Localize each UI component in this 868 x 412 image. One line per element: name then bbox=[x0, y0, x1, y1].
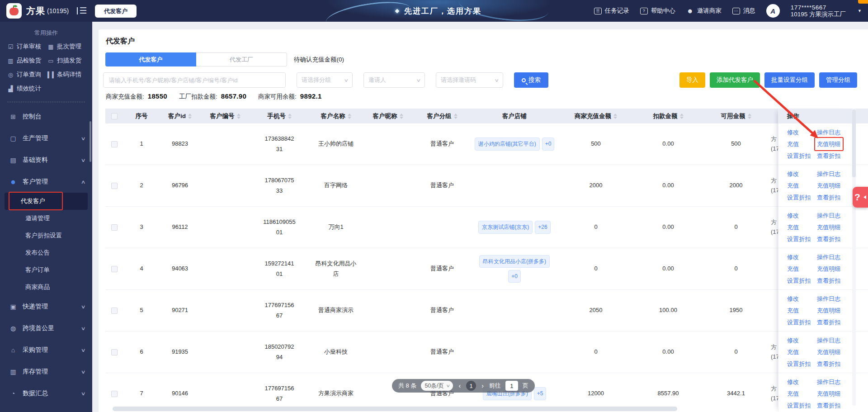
shop-more-tag[interactable]: +0 bbox=[542, 137, 555, 150]
shop-tag[interactable]: 京东测试店铺(京东) bbox=[478, 221, 533, 233]
recharge-link[interactable]: 充值 bbox=[787, 223, 799, 232]
row-checkbox[interactable] bbox=[111, 266, 118, 272]
sidebar-item-production[interactable]: ▢生产管理∨ bbox=[0, 128, 92, 149]
sidebar-subitem-dropship-customer-active[interactable]: 代发客户 bbox=[5, 193, 88, 210]
edit-link[interactable]: 修改 bbox=[787, 212, 799, 220]
select-all-checkbox[interactable] bbox=[111, 113, 118, 119]
batch-set-group-button[interactable]: 批量设置分组 bbox=[764, 72, 815, 88]
shop-tag[interactable]: 昂科文化用品小店(拼多多) bbox=[479, 255, 550, 268]
sidebar-item-inventory[interactable]: ▥库存管理∨ bbox=[0, 361, 92, 383]
sidebar-subitem-item[interactable]: 商家商品 bbox=[5, 279, 88, 296]
vertical-scrollbar-thumb[interactable] bbox=[852, 109, 856, 177]
sort-icon[interactable] bbox=[348, 112, 351, 121]
recharge-detail-link[interactable]: 充值明细 bbox=[817, 140, 840, 148]
sort-icon[interactable] bbox=[188, 112, 192, 121]
set-discount-link[interactable]: 设置折扣 bbox=[787, 194, 811, 202]
tab-dropship-factory[interactable]: 代发工厂 bbox=[196, 52, 287, 66]
quick-action-order-query[interactable]: ◎订单查询 bbox=[7, 71, 47, 79]
recharge-link[interactable]: 充值 bbox=[787, 265, 799, 273]
recharge-link[interactable]: 充值 bbox=[787, 182, 799, 190]
invite-code-select[interactable]: 请选择邀请码∨ bbox=[436, 72, 503, 88]
view-discount-link[interactable]: 查看折扣 bbox=[817, 277, 840, 285]
view-discount-link[interactable]: 查看折扣 bbox=[817, 318, 840, 327]
page-size-select[interactable]: 50条/页∨ bbox=[421, 381, 453, 391]
recharge-link[interactable]: 充值 bbox=[787, 390, 799, 398]
set-discount-link[interactable]: 设置折扣 bbox=[787, 402, 811, 410]
sort-icon[interactable] bbox=[748, 112, 751, 121]
sort-icon[interactable] bbox=[400, 112, 403, 121]
shop-more-tag[interactable]: +26 bbox=[535, 221, 550, 233]
recharge-link[interactable]: 充值 bbox=[787, 348, 799, 356]
horizontal-scrollbar-thumb[interactable] bbox=[113, 407, 677, 411]
help-center-button[interactable]: ? 帮助中心 bbox=[640, 7, 675, 15]
shop-more-tag[interactable]: +0 bbox=[508, 270, 521, 283]
view-discount-link[interactable]: 查看折扣 bbox=[817, 152, 840, 160]
recharge-detail-link[interactable]: 充值明细 bbox=[817, 182, 840, 190]
quick-action-performance-stats[interactable]: ▟绩效统计 bbox=[7, 85, 47, 93]
quick-action-quality-check[interactable]: ▥品检验货 bbox=[7, 57, 47, 65]
quick-action-scan-ship[interactable]: ▭扫描发货 bbox=[47, 57, 88, 65]
next-page-button[interactable]: › bbox=[481, 382, 485, 389]
sidebar-subitem-item[interactable]: 邀请管理 bbox=[5, 210, 88, 227]
op-log-link[interactable]: 操作日志 bbox=[817, 378, 840, 386]
group-select[interactable]: 请选择分组∨ bbox=[297, 72, 353, 88]
current-page[interactable]: 1 bbox=[466, 381, 476, 391]
vertical-scrollbar[interactable] bbox=[852, 109, 856, 406]
sidebar-subitem-item[interactable]: 客户折扣设置 bbox=[5, 227, 88, 244]
set-discount-link[interactable]: 设置折扣 bbox=[787, 277, 811, 285]
set-discount-link[interactable]: 设置折扣 bbox=[787, 360, 811, 368]
help-floating-button[interactable]: ? bbox=[853, 187, 868, 208]
op-log-link[interactable]: 操作日志 bbox=[817, 212, 840, 220]
set-discount-link[interactable]: 设置折扣 bbox=[787, 235, 811, 243]
user-avatar[interactable]: A bbox=[766, 4, 780, 18]
topbar-open-tab[interactable]: 代发客户 bbox=[95, 5, 137, 18]
quick-action-order-audit[interactable]: ☑订单审核 bbox=[7, 43, 47, 51]
search-button[interactable]: 搜索 bbox=[514, 72, 548, 88]
op-log-link[interactable]: 操作日志 bbox=[817, 336, 840, 345]
sidebar-item-purchase[interactable]: ⌂采购管理∨ bbox=[0, 339, 92, 361]
edit-link[interactable]: 修改 bbox=[787, 295, 799, 303]
row-checkbox[interactable] bbox=[111, 141, 118, 147]
messages-button[interactable]: ⋯ 消息 bbox=[732, 7, 755, 15]
row-checkbox[interactable] bbox=[111, 183, 118, 189]
shop-more-tag[interactable]: +5 bbox=[534, 387, 547, 400]
chevron-down-icon[interactable]: ▼ bbox=[858, 9, 862, 13]
recharge-detail-link[interactable]: 充值明细 bbox=[817, 265, 840, 273]
task-log-button[interactable]: ☰ 任务记录 bbox=[594, 7, 629, 15]
sidebar-subitem-item[interactable]: 客户订单 bbox=[5, 261, 88, 279]
row-checkbox[interactable] bbox=[111, 308, 118, 314]
recharge-link[interactable]: 充值 bbox=[787, 307, 799, 315]
sidebar-item-data-summary[interactable]: ◔数据汇总∨ bbox=[0, 383, 92, 404]
sort-icon[interactable] bbox=[454, 112, 458, 121]
view-discount-link[interactable]: 查看折扣 bbox=[817, 235, 840, 243]
add-customer-button[interactable]: 添加代发客户 bbox=[710, 72, 760, 88]
op-log-link[interactable]: 操作日志 bbox=[817, 170, 840, 178]
sidebar-item-cross-border[interactable]: ◍跨境首公里∨ bbox=[0, 317, 92, 339]
recharge-detail-link[interactable]: 充值明细 bbox=[817, 390, 840, 398]
sidebar-collapse-icon[interactable]: ☰ bbox=[77, 7, 87, 14]
edit-link[interactable]: 修改 bbox=[787, 378, 799, 386]
set-discount-link[interactable]: 设置折扣 bbox=[787, 318, 811, 327]
quick-action-batch-manage[interactable]: ▦批次管理 bbox=[47, 43, 88, 51]
view-discount-link[interactable]: 查看折扣 bbox=[817, 194, 840, 202]
recharge-link[interactable]: 充值 bbox=[787, 140, 799, 148]
shop-tag[interactable]: 谢小鸡的店铺(其它平台) bbox=[475, 137, 540, 150]
sidebar-subitem-item[interactable]: 发布公告 bbox=[5, 244, 88, 261]
goto-page-input[interactable]: 1 bbox=[505, 381, 518, 391]
op-log-link[interactable]: 操作日志 bbox=[817, 128, 840, 137]
set-discount-link[interactable]: 设置折扣 bbox=[787, 152, 811, 160]
prev-page-button[interactable]: ‹ bbox=[458, 382, 462, 389]
tab-dropship-customer[interactable]: 代发客户 bbox=[105, 52, 196, 66]
sort-icon[interactable] bbox=[613, 112, 617, 121]
recharge-detail-link[interactable]: 充值明细 bbox=[817, 348, 840, 356]
manage-group-button[interactable]: 管理分组 bbox=[819, 72, 857, 88]
edit-link[interactable]: 修改 bbox=[787, 336, 799, 345]
op-log-link[interactable]: 操作日志 bbox=[817, 253, 840, 261]
recharge-detail-link[interactable]: 充值明细 bbox=[817, 307, 840, 315]
row-checkbox[interactable] bbox=[111, 391, 118, 397]
user-info[interactable]: 177****5667 10195 方果演示工厂 bbox=[791, 4, 846, 18]
import-button[interactable]: 导入 bbox=[679, 72, 705, 88]
inviter-select[interactable]: 邀请人∨ bbox=[363, 72, 425, 88]
sidebar-scrollbar[interactable] bbox=[90, 121, 91, 162]
edit-link[interactable]: 修改 bbox=[787, 128, 799, 137]
